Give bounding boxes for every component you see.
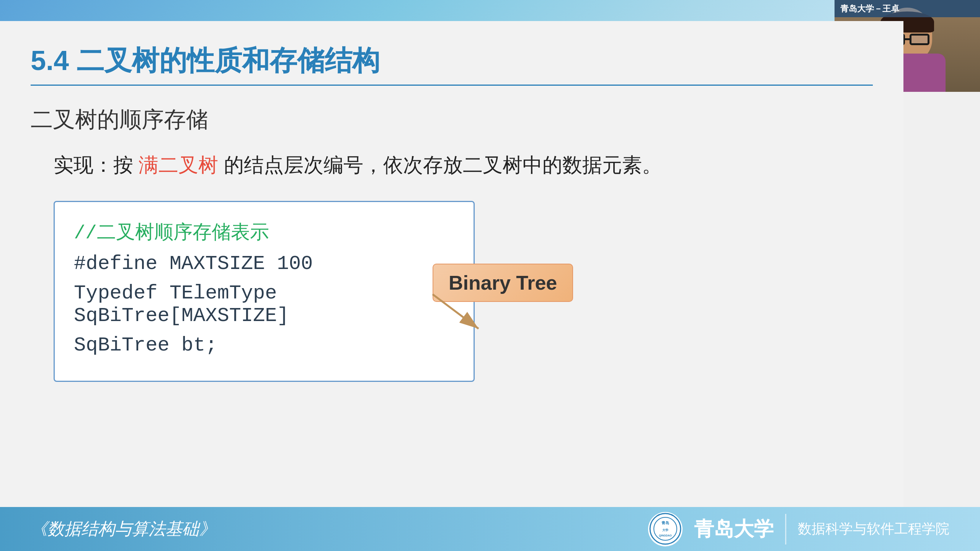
person-glasses-right [910, 34, 929, 45]
svg-text:青岛: 青岛 [662, 521, 669, 525]
bottom-right: 青岛 大学 QINGDAO 青岛大学 数据科学与软件工程学院 [648, 512, 949, 546]
person-glasses-bridge [905, 38, 910, 40]
svg-text:大学: 大学 [662, 528, 668, 532]
svg-text:QINGDAO: QINGDAO [659, 534, 672, 537]
annotation-container: Binary Tree [433, 264, 573, 302]
desc-highlight: 满二叉树 [139, 154, 218, 176]
university-name: 青岛大学 [694, 516, 774, 543]
title-divider [31, 85, 873, 86]
top-bar [0, 0, 980, 21]
logo-svg: 青岛 大学 QINGDAO [649, 513, 682, 545]
code-comment: //二叉树顺序存储表示 [74, 219, 454, 245]
book-title: 《数据结构与算法基础》 [31, 518, 216, 540]
slide-content: 二叉树的顺序存储 实现：按 满二叉树 的结点层次编号，依次存放二叉树中的数据元素… [31, 105, 873, 382]
annotation-arrow [410, 290, 494, 340]
slide-title: 5.4 二叉树的性质和存储结构 [31, 44, 873, 77]
slide-description: 实现：按 满二叉树 的结点层次编号，依次存放二叉树中的数据元素。 [54, 150, 873, 180]
code-line-1: #define MAXTSIZE 100 [74, 253, 454, 275]
bottom-divider [785, 514, 786, 544]
slide-subtitle: 二叉树的顺序存储 [31, 105, 873, 135]
desc-suffix: 的结点层次编号，依次存放二叉树中的数据元素。 [224, 154, 662, 176]
code-line-3: SqBiTree bt; [74, 334, 454, 357]
code-line-2: Typedef TElemType SqBiTree[MAXSTIZE] [74, 282, 454, 327]
webcam-overlay: 青岛大学－王卓 [835, 0, 980, 17]
webcam-label: 青岛大学－王卓 [840, 3, 899, 15]
bottom-bar: 《数据结构与算法基础》 青岛 大学 QINGDAO 青岛大学 数据科学与软件工程… [0, 507, 980, 551]
university-logo: 青岛 大学 QINGDAO [648, 512, 683, 546]
school-name: 数据科学与软件工程学院 [798, 520, 949, 538]
desc-prefix: 实现：按 [54, 154, 133, 176]
slide-area: 5.4 二叉树的性质和存储结构 二叉树的顺序存储 实现：按 满二叉树 的结点层次… [0, 21, 903, 530]
svg-line-1 [433, 294, 479, 329]
